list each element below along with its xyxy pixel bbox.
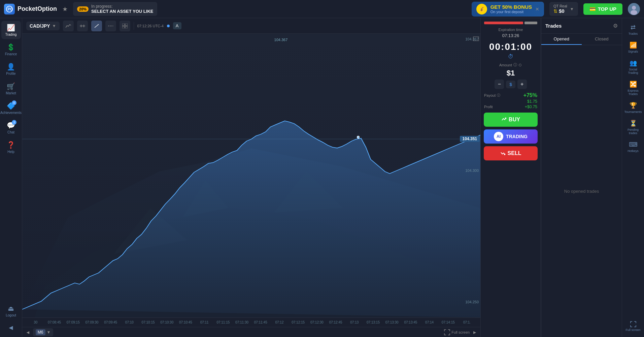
right-label-signals: Signals xyxy=(628,50,638,53)
avatar[interactable] xyxy=(628,3,640,15)
chart-draw-btn[interactable] xyxy=(91,21,102,31)
amount-label: Amount xyxy=(499,63,512,67)
right-label-express-trades: Express Trades xyxy=(624,89,642,96)
tick-20: 07:13:45 xyxy=(401,320,420,324)
chart-line-btn[interactable] xyxy=(105,21,116,31)
ai-trading-button[interactable]: AI TRADING xyxy=(484,129,538,144)
sidebar-item-finance[interactable]: 💲 Finance xyxy=(1,40,21,59)
buy-label: BUY xyxy=(509,117,520,123)
svg-point-3 xyxy=(632,6,636,10)
account-type: QT Real xyxy=(553,4,567,8)
account-type-wrap: QT Real ⇅ $0 xyxy=(553,4,567,14)
axis-price-mid: 104.300 xyxy=(465,168,479,173)
chart-type-area-btn[interactable] xyxy=(63,21,74,31)
chart-toolbar: CAD/JPY ▼ 07:12:26 UTC-4 A xyxy=(22,18,480,34)
tick-22: 07:14:15 xyxy=(439,320,457,324)
trades-title: Trades xyxy=(545,23,562,29)
account-dropdown-icon[interactable]: ▼ xyxy=(570,7,574,11)
right-sidebar-item-pending-trades[interactable]: ⏳ Pending trades xyxy=(623,117,644,137)
right-sidebar-item-trades[interactable]: ⇄ Trades xyxy=(623,21,644,38)
profile-icon: 👤 xyxy=(7,63,15,71)
right-sidebar-item-hotkeys[interactable]: ⌨ Hotkeys xyxy=(623,138,644,155)
tick-14: 07:12:15 xyxy=(289,320,308,324)
amount-currency-btn[interactable]: $ xyxy=(506,81,515,88)
expiration-label: Expiration time xyxy=(499,28,523,32)
amount-info-icon[interactable]: ⓘ xyxy=(513,62,517,67)
topup-label: TOP UP xyxy=(598,6,616,12)
account-info[interactable]: QT Real ⇅ $0 ▼ xyxy=(549,2,578,16)
tab-closed[interactable]: Closed xyxy=(582,34,622,45)
bonus-icon: 💰 xyxy=(476,4,487,14)
sidebar-item-chat[interactable]: 💬 3 Chat xyxy=(1,119,21,137)
svg-rect-20 xyxy=(473,37,479,41)
chart-area: CAD/JPY ▼ 07:12:26 UTC-4 A xyxy=(22,18,480,337)
chart-settings-dot[interactable] xyxy=(167,25,170,27)
logout-icon: ⏏ xyxy=(8,304,14,312)
right-sidebar-item-tournaments[interactable]: 🏆 Tournaments xyxy=(623,99,644,116)
buy-button[interactable]: BUY xyxy=(484,113,538,127)
clock-icon: ⏱ xyxy=(508,54,513,60)
payout-pct-value: +75% xyxy=(523,92,537,98)
in-progress-banner[interactable]: 20% In progress: SELECT AN ASSET YOU LIK… xyxy=(73,2,157,16)
sidebar-label-trading: Trading xyxy=(5,33,17,36)
tab-opened[interactable]: Opened xyxy=(541,34,582,45)
tick-9: 07:11 xyxy=(195,320,214,324)
amount-increase-btn[interactable]: + xyxy=(517,80,527,89)
chart-prev-arrow[interactable]: ◄ xyxy=(26,330,30,335)
right-sidebar-item-social-trading[interactable]: 👥 Social Trading xyxy=(623,57,644,77)
sell-button[interactable]: SELL xyxy=(484,146,538,160)
left-sidebar: 📈 Trading 💲 Finance 👤 Profile 🛒 Market 🔷… xyxy=(0,18,22,337)
sidebar-item-arrow[interactable]: ◄ xyxy=(1,321,21,334)
chart-grid-btn[interactable] xyxy=(120,21,130,31)
amount-decrease-btn[interactable]: − xyxy=(495,80,504,89)
chat-badge: 3 xyxy=(12,120,16,125)
favorite-icon[interactable]: ★ xyxy=(62,5,68,13)
sidebar-item-profile[interactable]: 👤 Profile xyxy=(1,60,21,78)
tick-5: 07:10 xyxy=(120,320,139,324)
tick-17: 07:13 xyxy=(345,320,364,324)
pending-trades-icon: ⏳ xyxy=(630,120,637,127)
sidebar-item-achievements[interactable]: 🔷 0 Achievements xyxy=(1,99,21,117)
fullscreen-button[interactable]: Full screen xyxy=(444,329,470,335)
tournaments-icon: 🏆 xyxy=(630,102,637,109)
right-sidebar-fullscreen-btn[interactable]: Full screen xyxy=(623,318,644,334)
tick-4: 07:09:45 xyxy=(101,320,120,324)
progress-segment-25 xyxy=(524,22,538,24)
right-sidebar-item-express-trades[interactable]: 🔀 Express Trades xyxy=(623,78,644,98)
sidebar-item-market[interactable]: 🛒 Market xyxy=(1,80,21,98)
bonus-sub-text: On your first deposit xyxy=(490,10,532,14)
right-label-hotkeys: Hotkeys xyxy=(628,149,639,153)
signals-icon: 📶 xyxy=(630,41,637,49)
asset-dropdown-icon: ▼ xyxy=(52,24,56,28)
topup-button[interactable]: 💳 TOP UP xyxy=(583,3,622,15)
chart-indicators-btn[interactable] xyxy=(77,21,88,31)
right-sidebar-item-signals[interactable]: 📶 Signals xyxy=(623,39,644,56)
annotation-a-btn[interactable]: A xyxy=(173,22,181,29)
hotkeys-icon: ⌨ xyxy=(629,141,638,148)
asset-selector[interactable]: CAD/JPY ▼ xyxy=(26,22,60,30)
trades-right-icon: ⇄ xyxy=(631,24,636,31)
chart-bottom-bar: ◄ M6 ▼ Full screen ► xyxy=(22,327,480,337)
trades-content: No opened trades xyxy=(541,45,622,337)
tick-11: 07:11:30 xyxy=(233,320,251,324)
timeframe-selector[interactable]: M6 ▼ xyxy=(33,328,54,336)
chart-expand-icon[interactable] xyxy=(473,36,479,41)
right-label-fullscreen: Full screen xyxy=(625,328,640,332)
profit-row: Profit +$0.75 xyxy=(484,104,537,109)
bonus-close-icon[interactable]: ✕ xyxy=(535,6,539,12)
chart-next-arrow[interactable]: ► xyxy=(472,330,477,335)
axis-price-bot: 104.250 xyxy=(465,300,479,304)
sidebar-item-trading[interactable]: 📈 Trading xyxy=(1,21,21,39)
logout-button[interactable]: ⏏ Logout xyxy=(1,302,21,320)
logo: PO PocketOption xyxy=(4,4,57,14)
timeframe-dropdown-icon: ▼ xyxy=(47,330,51,335)
expiration-time: 07:13:26 xyxy=(502,33,519,38)
trades-settings-icon[interactable]: ⚙ xyxy=(613,23,618,29)
timeframe-btn[interactable]: M6 xyxy=(36,329,45,335)
right-label-tournaments: Tournaments xyxy=(624,110,642,114)
payout-info-icon[interactable]: ⓘ xyxy=(497,93,500,98)
svg-rect-14 xyxy=(125,26,128,28)
sidebar-item-help[interactable]: ❓ Help xyxy=(1,138,21,156)
amount-history-icon[interactable]: ⏲ xyxy=(518,63,522,67)
tick-1: 07:08:45 xyxy=(45,320,64,324)
